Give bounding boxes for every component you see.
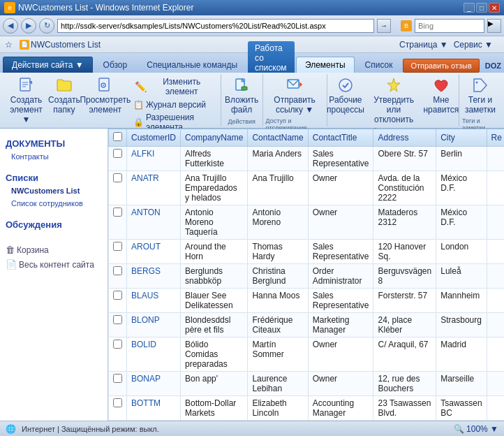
tools-menu[interactable]: Сервис ▼ bbox=[454, 40, 493, 50]
ribbon-tags-buttons: Теги и заметки bbox=[462, 75, 498, 116]
cell-contactname: Christina Berglund bbox=[248, 264, 308, 289]
cell-customerid: ANATR bbox=[127, 171, 181, 205]
ribbon-btn-like[interactable]: Мне нравится bbox=[423, 75, 459, 116]
row-checkbox-cell[interactable] bbox=[109, 205, 127, 240]
col-header-checkbox[interactable] bbox=[109, 129, 127, 147]
ribbon-right-area: Отправить отзыв DOZ bbox=[403, 59, 501, 73]
row-checkbox-cell[interactable] bbox=[109, 337, 127, 372]
row-checkbox[interactable] bbox=[113, 340, 122, 349]
customerid-link[interactable]: ANATR bbox=[131, 173, 159, 183]
customerid-link[interactable]: BOLID bbox=[131, 340, 156, 349]
sidebar-section-discussions[interactable]: Обсуждения bbox=[0, 215, 108, 231]
col-header-city[interactable]: City bbox=[436, 129, 487, 147]
search-go-button[interactable]: ▶ bbox=[487, 19, 501, 33]
row-checkbox[interactable] bbox=[113, 173, 122, 182]
row-checkbox-cell[interactable] bbox=[109, 289, 127, 313]
back-button[interactable]: ◀ bbox=[3, 18, 18, 34]
ribbon-btn-attach-file[interactable]: Вложить файл bbox=[222, 75, 261, 116]
row-checkbox[interactable] bbox=[113, 208, 122, 217]
row-checkbox-cell[interactable] bbox=[109, 147, 127, 171]
col-header-re[interactable]: Re bbox=[487, 129, 504, 147]
ribbon-tab-bar: Действия сайта ▼ Обзор Специальные коман… bbox=[0, 53, 504, 73]
cell-customerid: BOTTM bbox=[127, 396, 181, 421]
col-header-contactname[interactable]: ContactName bbox=[248, 129, 308, 147]
table-row: BOTTM Bottom-Dollar Markets Elizabeth Li… bbox=[109, 396, 505, 421]
row-checkbox[interactable] bbox=[113, 398, 122, 407]
sidebar-item-nwcustomers[interactable]: NWCustomers List bbox=[0, 184, 108, 197]
tab-list[interactable]: Список bbox=[356, 57, 402, 73]
row-checkbox-cell[interactable] bbox=[109, 264, 127, 289]
row-checkbox[interactable] bbox=[113, 291, 122, 300]
create-folder-icon bbox=[56, 77, 73, 94]
tab-elements[interactable]: Элементы bbox=[296, 57, 355, 73]
cell-contacttitle: Sales Representative bbox=[308, 240, 373, 264]
customerid-link[interactable]: BOTTM bbox=[131, 398, 161, 408]
customerid-link[interactable]: BLAUS bbox=[131, 291, 158, 300]
customerid-link[interactable]: ANTON bbox=[131, 208, 161, 217]
svg-point-12 bbox=[339, 79, 352, 92]
customerid-link[interactable]: AROUT bbox=[131, 242, 161, 252]
ribbon-group-attach: Вложить файл Действия bbox=[221, 74, 263, 126]
feedback-button[interactable]: Отправить отзыв bbox=[403, 59, 479, 73]
row-checkbox-cell[interactable] bbox=[109, 240, 127, 264]
sidebar-section-lists[interactable]: Списки bbox=[0, 168, 108, 184]
ribbon-btn-edit-element[interactable]: ✏️ Изменить элемент bbox=[132, 75, 218, 98]
row-checkbox[interactable] bbox=[113, 242, 122, 251]
sidebar-item-all-content[interactable]: 📄 Весь контент сайта bbox=[0, 257, 108, 272]
maximize-button[interactable]: □ bbox=[476, 3, 487, 13]
zoom-control[interactable]: 🔍 100% ▼ bbox=[454, 424, 498, 434]
tab-overview[interactable]: Обзор bbox=[94, 57, 137, 73]
ribbon-btn-approve[interactable]: Утвердить или отклонить bbox=[366, 75, 421, 126]
favorites-title[interactable]: 📄 NWCustomers List bbox=[17, 39, 103, 50]
cell-contactname: Martín Sommer bbox=[248, 337, 308, 372]
row-checkbox-cell[interactable] bbox=[109, 421, 127, 421]
tab-elements-label: Элементы bbox=[305, 60, 346, 70]
ribbon-btn-send-link[interactable]: Отправить ссылку ▼ bbox=[271, 75, 318, 116]
col-header-companyname[interactable]: CompanyName bbox=[181, 129, 248, 147]
row-checkbox-cell[interactable] bbox=[109, 396, 127, 421]
sidebar-item-contracts[interactable]: Контракты bbox=[0, 150, 108, 163]
cell-address: Forsterstr. 57 bbox=[373, 289, 436, 313]
close-button[interactable]: ✕ bbox=[489, 3, 500, 13]
refresh-button[interactable]: ↻ bbox=[39, 18, 54, 34]
row-checkbox[interactable] bbox=[113, 315, 122, 324]
table-row: BLAUS Blauer See Delikatessen Hanna Moos… bbox=[109, 289, 505, 313]
ribbon-btn-tags[interactable]: Теги и заметки bbox=[462, 75, 498, 116]
ribbon-btn-view-element[interactable]: Просмотреть элемент bbox=[82, 75, 129, 116]
svg-point-13 bbox=[476, 82, 478, 84]
select-all-checkbox[interactable] bbox=[113, 132, 122, 141]
row-checkbox[interactable] bbox=[113, 266, 122, 275]
sidebar-section-documents[interactable]: ДОКУМЕНТЫ bbox=[0, 134, 108, 150]
sidebar-item-employees[interactable]: Список сотрудников bbox=[0, 197, 108, 210]
tab-special-commands[interactable]: Специальные команды bbox=[138, 57, 246, 73]
minimize-button[interactable]: _ bbox=[464, 3, 475, 13]
row-checkbox[interactable] bbox=[113, 149, 122, 158]
table-row: BLONP Blondesddsl père et fils Frédériqu… bbox=[109, 313, 505, 337]
page-menu[interactable]: Страница ▼ bbox=[399, 40, 448, 50]
fav-title-label: NWCustomers List bbox=[31, 40, 101, 50]
customerid-link[interactable]: ALFKI bbox=[131, 149, 154, 159]
customerid-link[interactable]: BLONP bbox=[131, 315, 160, 325]
customerid-link[interactable]: BONAP bbox=[131, 374, 161, 384]
forward-button[interactable]: ▶ bbox=[21, 18, 36, 34]
customerid-link[interactable]: BERGS bbox=[131, 266, 161, 276]
col-header-address[interactable]: Address bbox=[373, 129, 436, 147]
ribbon-btn-workflows[interactable]: Рабочие процессы bbox=[326, 75, 364, 116]
tab-actions-site[interactable]: Действия сайта ▼ bbox=[3, 57, 93, 73]
sidebar-item-trash[interactable]: 🗑 Корзина bbox=[0, 242, 108, 257]
search-input[interactable] bbox=[415, 19, 484, 33]
col-header-contacttitle[interactable]: ContactTitle bbox=[308, 129, 373, 147]
row-checkbox[interactable] bbox=[113, 374, 122, 383]
ribbon-btn-create-element[interactable]: Создать элемент ▼ bbox=[6, 75, 47, 126]
go-button[interactable]: → bbox=[377, 19, 391, 33]
address-input[interactable] bbox=[57, 19, 374, 33]
row-checkbox-cell[interactable] bbox=[109, 372, 127, 396]
favorites-star[interactable]: ☆ bbox=[3, 39, 15, 50]
col-header-customerid[interactable]: CustomerID bbox=[127, 129, 181, 147]
ribbon-btn-version-log[interactable]: 📋 Журнал версий bbox=[132, 99, 208, 110]
row-checkbox-cell[interactable] bbox=[109, 313, 127, 337]
cell-customerid: BSBEV bbox=[127, 421, 181, 421]
ribbon-btn-create-folder[interactable]: Создать папку bbox=[48, 75, 80, 116]
row-checkbox-cell[interactable] bbox=[109, 171, 127, 205]
table-area[interactable]: CustomerID CompanyName ContactName Conta… bbox=[108, 129, 504, 421]
